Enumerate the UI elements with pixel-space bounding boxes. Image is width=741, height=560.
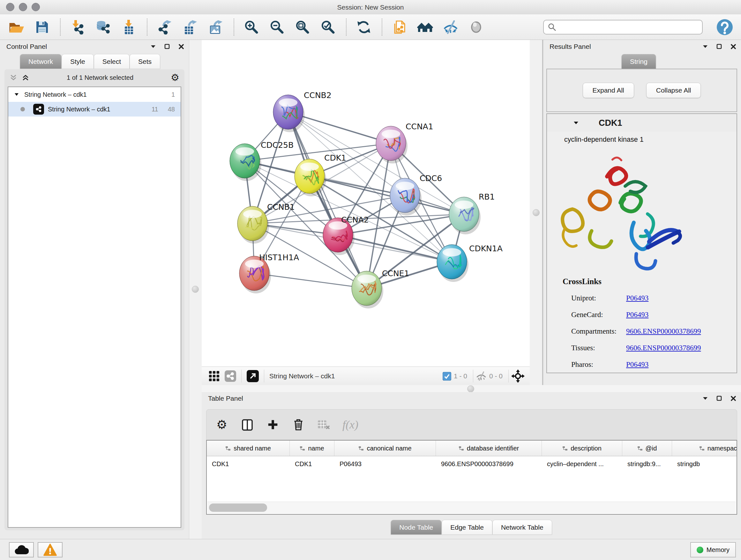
column-header--id[interactable]: @id [622, 441, 672, 456]
network-node-CCNB1[interactable] [238, 206, 269, 244]
zoom-out-button[interactable] [268, 17, 286, 37]
import-network-from-database-button[interactable] [94, 17, 112, 37]
string-view-icon[interactable] [225, 370, 236, 382]
table-cell[interactable]: CDK1 [207, 456, 290, 472]
zoom-in-button[interactable] [243, 17, 260, 37]
cloud-status-button[interactable] [9, 542, 34, 557]
network-row-selected[interactable]: String Network – cdk1 11 48 [8, 102, 181, 117]
node-table[interactable]: shared namenamecanonical namedatabase id… [206, 440, 737, 515]
results-panel-float-icon[interactable] [716, 44, 723, 50]
export-image-button[interactable] [207, 17, 225, 37]
export-table-button[interactable] [181, 17, 199, 37]
search-box[interactable] [543, 20, 703, 35]
open-session-button[interactable] [8, 17, 25, 37]
column-header-name[interactable]: name [290, 441, 334, 456]
vertical-splitter-right[interactable] [530, 40, 543, 385]
table-cell[interactable]: stringdb:9... [622, 456, 672, 472]
vertical-splitter-left[interactable] [189, 40, 202, 539]
collapse-all-networks-icon[interactable] [10, 74, 17, 81]
help-button[interactable] [716, 18, 733, 36]
results-panel-menu-icon[interactable] [702, 44, 709, 50]
zoom-selected-button[interactable] [319, 17, 337, 37]
import-network-from-file-button[interactable] [69, 17, 87, 37]
column-header-description[interactable]: description [542, 441, 622, 456]
function-builder-button[interactable]: f(x) [342, 418, 358, 431]
network-node-CCNE1[interactable] [352, 271, 383, 308]
import-table-from-file-button[interactable] [120, 17, 138, 37]
network-node-RB1[interactable] [449, 197, 481, 234]
splitter-handle[interactable] [533, 209, 540, 216]
results-panel-close-icon[interactable] [730, 44, 737, 50]
control-panel-close-icon[interactable] [178, 44, 185, 50]
memory-button[interactable]: Memory [690, 542, 736, 557]
network-node-CCNB2[interactable] [273, 95, 305, 132]
horizontal-splitter[interactable] [202, 385, 741, 392]
selected-count-checkbox-icon[interactable] [443, 372, 451, 381]
crosslink-link[interactable]: P06493 [626, 294, 649, 302]
column-header-canonical-name[interactable]: canonical name [334, 441, 436, 456]
tab-network-table[interactable]: Network Table [492, 520, 552, 535]
first-neighbors-button[interactable] [416, 17, 434, 37]
splitter-handle[interactable] [192, 286, 199, 293]
control-panel-float-icon[interactable] [164, 44, 171, 50]
search-input[interactable] [556, 21, 702, 34]
table-cell[interactable]: stringdb [672, 456, 737, 472]
add-column-icon[interactable] [266, 418, 280, 432]
gene-section-header[interactable]: CDK1 [547, 114, 737, 132]
show-graphics-details-button[interactable] [467, 17, 485, 37]
export-network-button[interactable] [156, 17, 174, 37]
tab-edge-table[interactable]: Edge Table [442, 520, 492, 535]
table-panel-close-icon[interactable] [730, 395, 737, 401]
tab-string[interactable]: String [621, 54, 656, 69]
network-canvas[interactable]: CCNB2CCNA1CDC25BCDK1CDC6RB1CCNB1CCNA2CDK… [202, 40, 530, 367]
tab-select[interactable]: Select [94, 54, 130, 69]
network-collection-row[interactable]: String Network – cdk1 1 [8, 87, 181, 102]
hide-selected-button[interactable] [442, 17, 460, 37]
hidden-eye-slash-icon[interactable] [476, 371, 487, 381]
table-settings-gear-icon[interactable]: ⚙ [215, 418, 229, 432]
crosslink-link[interactable]: P06493 [626, 361, 649, 369]
control-panel-menu-icon[interactable] [150, 44, 156, 50]
save-session-button[interactable] [33, 17, 51, 37]
table-row[interactable]: CDK1CDK1P064939606.ENSP00000378699cyclin… [207, 456, 737, 472]
crosslink-link[interactable]: 9606.ENSP00000378699 [626, 327, 701, 335]
network-manager-options-gear-icon[interactable]: ⚙ [171, 73, 179, 82]
column-header-shared-name[interactable]: shared name [207, 441, 290, 456]
edge-CCNB2-CCNE1[interactable] [288, 112, 367, 288]
network-node-CCNA1[interactable] [376, 126, 408, 164]
detach-view-icon[interactable] [247, 370, 259, 382]
table-panel-float-icon[interactable] [716, 395, 723, 401]
tab-style[interactable]: Style [62, 54, 94, 69]
crosslink-link[interactable]: P06493 [626, 311, 649, 319]
table-panel-menu-icon[interactable] [702, 395, 709, 401]
column-header-database-identifier[interactable]: database identifier [436, 441, 542, 456]
zoom-fit-button[interactable] [293, 17, 312, 37]
network-node-CDK1[interactable] [294, 159, 326, 196]
edge-CCNA2-CDKN1A[interactable] [338, 235, 452, 262]
warnings-button[interactable] [38, 542, 63, 557]
expand-all-button[interactable]: Expand All [583, 83, 634, 98]
grid-view-icon[interactable] [209, 371, 219, 381]
tab-network[interactable]: Network [20, 54, 62, 69]
new-network-from-selection-button[interactable] [391, 17, 408, 37]
expand-all-networks-icon[interactable] [22, 74, 29, 81]
network-node-CDC25B[interactable] [230, 144, 261, 181]
table-cell[interactable]: cyclin–dependent ... [542, 456, 622, 472]
birds-eye-view-icon[interactable] [511, 369, 525, 383]
collection-expander-icon[interactable] [14, 92, 19, 97]
show-columns-icon[interactable] [240, 418, 254, 432]
tab-node-table[interactable]: Node Table [391, 520, 442, 535]
table-cell[interactable]: P06493 [334, 456, 436, 472]
table-cell[interactable]: 9606.ENSP00000378699 [436, 456, 542, 472]
network-node-CDKN1A[interactable] [437, 245, 468, 282]
edge-HIST1H1A-CCNE1[interactable] [254, 273, 367, 288]
column-header-namespace[interactable]: namespace [672, 441, 737, 456]
crosslink-link[interactable]: 9606.ENSP00000378699 [626, 344, 701, 352]
collapse-all-button[interactable]: Collapse All [646, 83, 701, 98]
table-horizontal-scrollbar[interactable] [207, 502, 736, 513]
gene-expander-icon[interactable] [573, 120, 579, 126]
scrollbar-thumb[interactable] [209, 503, 267, 512]
delete-column-trash-icon[interactable] [291, 418, 306, 432]
refresh-network-button[interactable] [355, 17, 373, 37]
table-cell[interactable]: CDK1 [290, 456, 334, 472]
